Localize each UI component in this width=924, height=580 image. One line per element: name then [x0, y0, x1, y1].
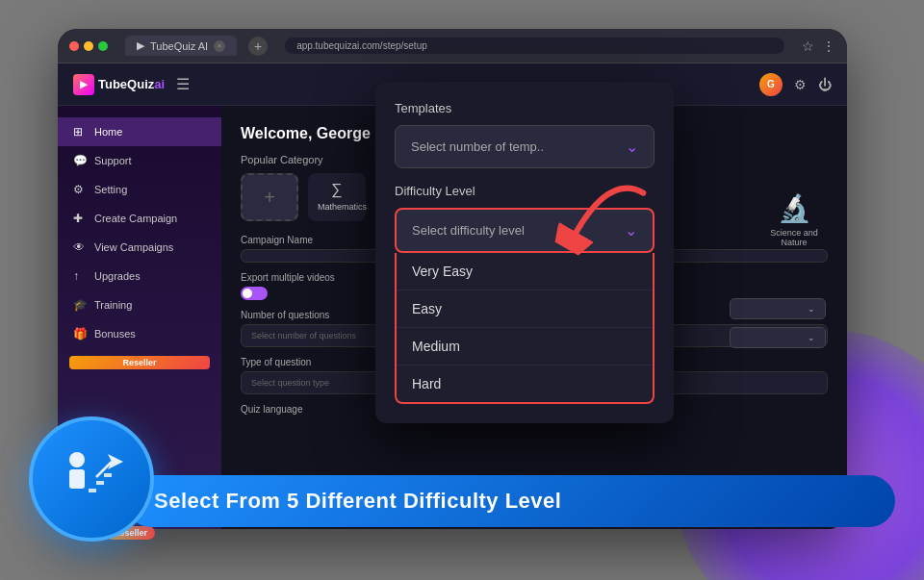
category-mathematics[interactable]: ∑ Mathematics: [308, 173, 366, 221]
sidebar-item-training[interactable]: 🎓 Training: [58, 290, 221, 319]
browser-tab[interactable]: ▶ TubeQuiz AI ×: [125, 36, 237, 56]
logo: ▶ TubeQuizai: [73, 74, 165, 95]
sidebar-item-create-campaign[interactable]: ✚ Create Campaign: [58, 204, 221, 233]
sidebar-label-home: Home: [94, 126, 122, 138]
right-dropdowns: ⌄ ⌄: [730, 298, 826, 356]
option-medium[interactable]: Medium: [397, 328, 653, 366]
sidebar-item-bonuses[interactable]: 🎁 Bonuses: [58, 319, 221, 348]
bottom-banner: Select From 5 Different Difficulty Level: [125, 475, 895, 527]
sidebar-item-support[interactable]: 💬 Support: [58, 146, 221, 175]
tab-label: TubeQuiz AI: [150, 40, 208, 52]
hamburger-icon[interactable]: ☰: [176, 75, 190, 93]
svg-rect-4: [96, 481, 104, 485]
sidebar-item-upgrades[interactable]: ↑ Upgrades: [58, 262, 221, 290]
browser-actions: ☆ ⋮: [802, 38, 835, 54]
logo-text: TubeQuizai: [98, 77, 165, 91]
chevron-down-icon: ⌄: [808, 304, 815, 314]
right-dropdown-1[interactable]: ⌄: [730, 298, 826, 319]
right-dropdown-2[interactable]: ⌄: [730, 327, 826, 348]
sidebar-label-training: Training: [94, 299, 132, 311]
browser-bar: ▶ TubeQuiz AI × + app.tubequizai.com/ste…: [58, 29, 847, 63]
blue-circle-logo: [29, 416, 154, 542]
settings-icon[interactable]: ⚙: [794, 77, 807, 92]
sidebar-label-view: View Campaigns: [94, 241, 173, 253]
features-side: 🔬 Science andNature: [760, 192, 828, 247]
sidebar-label-setting: Setting: [94, 184, 127, 195]
minimize-button[interactable]: [84, 41, 93, 51]
category-custom[interactable]: +: [241, 173, 298, 221]
sidebar-label-upgrades: Upgrades: [94, 270, 141, 282]
more-options-icon[interactable]: ⋮: [822, 38, 835, 54]
setting-icon: ⚙: [73, 183, 87, 196]
reseller-badge: Reseller: [69, 356, 210, 369]
url-bar[interactable]: app.tubequizai.com/step/setup: [285, 38, 784, 54]
close-button[interactable]: [69, 41, 79, 51]
dollar-circle-icon: [58, 442, 125, 517]
home-icon: ⊞: [73, 125, 87, 139]
support-icon: 💬: [73, 154, 87, 167]
templates-label: Templates: [395, 101, 654, 115]
training-icon: 🎓: [73, 298, 87, 312]
templates-placeholder: Select number of temp..: [411, 139, 544, 154]
option-easy[interactable]: Easy: [397, 290, 653, 328]
svg-rect-2: [69, 469, 85, 489]
option-hard[interactable]: Hard: [397, 366, 653, 402]
feature-science: 🔬 Science andNature: [760, 192, 828, 247]
chevron-down-icon-2: ⌄: [808, 333, 815, 342]
maximize-button[interactable]: [98, 41, 108, 51]
bonuses-icon: 🎁: [73, 327, 87, 340]
view-icon: 👁: [73, 240, 87, 254]
tab-favicon: ▶: [137, 39, 144, 52]
avatar[interactable]: G: [759, 73, 783, 96]
science-label: Science andNature: [760, 228, 828, 247]
sidebar-label-support: Support: [94, 155, 132, 166]
logo-icon: ▶: [73, 74, 94, 95]
new-tab-button[interactable]: +: [248, 37, 268, 56]
window-controls: [69, 41, 108, 51]
math-icon: ∑: [318, 181, 356, 198]
templates-chevron-icon: ⌄: [626, 138, 638, 156]
svg-rect-3: [89, 489, 96, 492]
sidebar-item-home[interactable]: ⊞ Home: [58, 117, 221, 146]
bookmark-icon[interactable]: ☆: [802, 38, 814, 54]
upgrades-icon: ↑: [73, 269, 87, 283]
sidebar-label-create: Create Campaign: [94, 213, 177, 224]
sidebar-item-view-campaigns[interactable]: 👁 View Campaigns: [58, 233, 221, 262]
svg-point-1: [69, 452, 85, 467]
svg-rect-5: [104, 473, 112, 477]
science-icon: 🔬: [760, 192, 828, 224]
export-toggle[interactable]: [241, 287, 268, 300]
sidebar-label-bonuses: Bonuses: [94, 328, 136, 340]
banner-text: Select From 5 Different Difficulty Level: [154, 489, 561, 514]
category-math-label: Mathematics: [318, 202, 356, 212]
power-icon[interactable]: ⏻: [818, 77, 832, 92]
templates-select[interactable]: Select number of temp.. ⌄: [395, 125, 654, 168]
tab-close-button[interactable]: ×: [214, 40, 225, 52]
top-nav-right: G ⚙ ⏻: [759, 73, 832, 96]
sidebar-item-setting[interactable]: ⚙ Setting: [58, 175, 221, 204]
create-icon: ✚: [73, 212, 87, 225]
difficulty-placeholder: Select difficulty level: [412, 223, 525, 238]
